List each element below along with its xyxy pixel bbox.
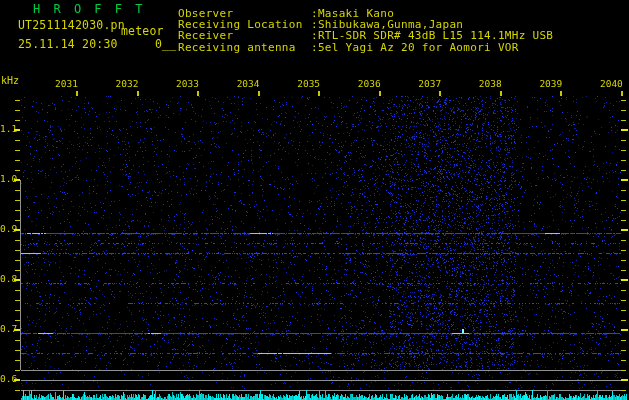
freq-tick-right [621,379,628,381]
time-tick [379,91,381,96]
freq-tick-left [14,329,20,331]
app-title: H R O F F T [33,4,145,15]
time-tick [621,91,623,96]
freq-tick-right [621,150,626,151]
freq-tick-right [621,360,626,361]
time-label: 2039 [539,79,562,89]
freq-tick-right [621,229,628,231]
time-label: 2040 [600,79,623,89]
freq-tick-left [15,300,20,301]
time-tick [258,91,260,96]
freq-tick-right [621,179,628,181]
time-tick [197,91,199,96]
freq-unit-label: kHz [1,76,19,86]
freq-tick-right [621,129,628,131]
time-label: 2036 [358,79,381,89]
time-tick [500,91,502,96]
freq-tick-left [15,290,20,291]
time-tick [439,91,441,96]
freq-tick-left [15,120,20,121]
freq-tick-right [621,260,626,261]
freq-tick-right [621,120,626,121]
freq-tick-left [15,200,20,201]
freq-tick-right [621,320,626,321]
freq-tick-left [15,370,20,371]
freq-tick-right [621,100,626,101]
time-label: 2035 [297,79,320,89]
meteor-counter: 0__ [155,39,176,50]
time-label: 2031 [55,79,78,89]
freq-tick-right [621,190,626,191]
freq-tick-right [621,200,626,201]
freq-tick-left [15,110,20,111]
freq-tick-left [15,150,20,151]
datetime-label: 25.11.14 20:30 [18,39,118,50]
freq-tick-left [15,190,20,191]
freq-tick-right [621,300,626,301]
freq-tick-right [621,350,626,351]
freq-tick-left [15,270,20,271]
freq-tick-left [15,170,20,171]
freq-tick-left [15,320,20,321]
freq-tick-right [621,250,626,251]
freq-tick-right [621,170,626,171]
freq-tick-right [621,140,626,141]
freq-tick-right [621,290,626,291]
freq-tick-left [14,379,20,381]
freq-tick-left [15,310,20,311]
freq-tick-left [14,229,20,231]
spectrogram-canvas [0,0,629,400]
freq-tick-left [15,340,20,341]
freq-tick-right [621,220,626,221]
freq-tick-left [15,390,20,391]
freq-tick-left [15,240,20,241]
freq-tick-left [15,100,20,101]
time-tick [137,91,139,96]
freq-tick-left [15,220,20,221]
freq-tick-right [621,329,628,331]
time-label: 2032 [116,79,139,89]
receiver-value: :RTL-SDR SDR# 43dB L15 114.1MHz USB [311,30,553,41]
freq-tick-left [15,260,20,261]
filename-label: UT2511142030.pn [18,20,125,31]
freq-tick-right [621,270,626,271]
time-label: 2033 [176,79,199,89]
antenna-label: Receiving antenna [178,42,296,53]
time-tick [318,91,320,96]
freq-tick-left [14,279,20,281]
freq-tick-right [621,340,626,341]
time-label: 2037 [418,79,441,89]
freq-tick-right [621,390,626,391]
time-label: 2038 [479,79,502,89]
freq-tick-right [621,310,626,311]
time-label: 2034 [237,79,260,89]
receiver-label: Receiver [178,30,233,41]
freq-tick-left [15,250,20,251]
time-tick [560,91,562,96]
freq-tick-right [621,110,626,111]
freq-tick-left [15,360,20,361]
freq-tick-right [621,210,626,211]
freq-tick-right [621,240,626,241]
freq-tick-right [621,279,628,281]
freq-tick-left [15,350,20,351]
freq-tick-right [621,370,626,371]
observation-mode-label: meteor [121,26,164,37]
antenna-value: :5el Yagi Az 20 for Aomori VOR [311,42,519,53]
freq-tick-left [15,140,20,141]
hrofft-screen: H R O F F T UT2511142030.pn meteor 25.11… [0,0,629,400]
freq-tick-left [14,179,20,181]
time-tick [76,91,78,96]
freq-tick-left [15,160,20,161]
freq-tick-left [14,129,20,131]
freq-tick-right [621,160,626,161]
freq-tick-left [15,210,20,211]
